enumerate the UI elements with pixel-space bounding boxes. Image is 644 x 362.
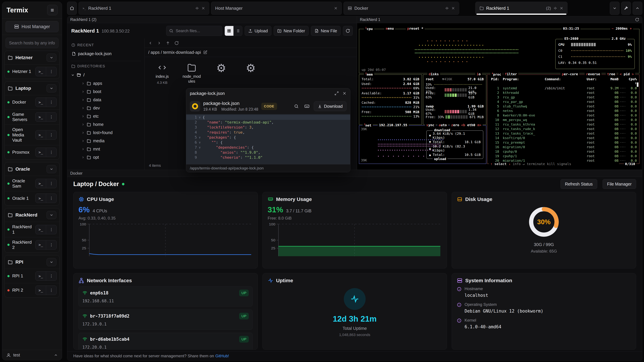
close-icon[interactable] [342,91,346,95]
group-header[interactable]: Oracle [5,162,59,176]
open-terminal-button[interactable]: >_ [36,67,46,76]
host-row[interactable]: RPI 1 >_ ⋮ [5,269,59,283]
open-terminal-button[interactable]: >_ [36,148,46,157]
host-menu-button[interactable]: ⋮ [46,286,56,295]
process-row[interactable]: 4 rcu_par_gp root 0B 0.0 [487,99,639,104]
process-row[interactable]: 3 rcu_gp root 0B 0.0 [487,95,639,99]
host-row[interactable]: RPI 2 >_ ⋮ [5,283,59,297]
host-row[interactable]: Oracle 1 >_ ⋮ [5,191,59,205]
group-collapse-button[interactable] [46,211,56,219]
expand-icon[interactable] [334,91,339,95]
process-row[interactable]: 13 rcu_tasks_trace_ root 0B 0.0 [487,131,639,136]
split-view-icon[interactable] [445,6,449,10]
breadcrumb[interactable]: / apps / termix-download-api [148,50,201,55]
open-terminal-button[interactable]: >_ [36,130,46,139]
process-row[interactable]: 6 netns root 0B 0.0 [487,108,639,113]
close-tab-icon[interactable] [560,6,563,10]
process-row[interactable]: 2 kthreadd root 0B 0.0 [487,90,639,95]
host-menu-button[interactable]: ⋮ [46,179,56,188]
host-menu-button[interactable]: ⋮ [46,98,56,107]
tree-directory-item[interactable]: etc [70,112,141,120]
refresh-status-button[interactable]: Refresh Status [560,179,597,189]
group-header[interactable]: Laptop [5,82,59,95]
host-row[interactable]: Docker >_ ⋮ [5,95,59,109]
file-search[interactable] [166,26,222,36]
process-row[interactable]: 14 ksoftirqd/0 root 0B 0.0 [487,136,639,140]
search-in-file-icon[interactable] [294,104,299,109]
tree-directory-item[interactable]: opt [70,153,141,161]
split-view-icon[interactable] [195,6,199,10]
github-link[interactable]: GitHub! [215,354,229,358]
tab-racknerd1-terminal[interactable]: >_ RackNerd 1 [78,2,209,15]
list-view-button[interactable] [234,26,242,36]
tab-docker[interactable]: Docker [344,2,459,15]
fold-caret[interactable]: ∨ [197,135,202,140]
host-menu-button[interactable]: ⋮ [46,67,56,76]
fold-caret[interactable]: ∨ [197,115,202,120]
upload-button[interactable]: Upload [245,26,271,36]
host-row[interactable]: Game Servers >_ ⋮ [5,109,59,124]
grid-view-button[interactable] [225,26,234,36]
host-row[interactable]: Proxmox >_ ⋮ [5,145,59,159]
host-menu-button[interactable]: ⋮ [46,240,56,249]
process-row[interactable]: 16 migration/0 root 0B 0.0 [487,145,639,149]
group-collapse-button[interactable] [46,84,56,92]
host-menu-button[interactable]: ⋮ [46,130,56,139]
open-terminal-button[interactable]: >_ [36,240,46,249]
open-terminal-button[interactable]: >_ [36,112,46,121]
nav-refresh-icon[interactable] [174,41,179,45]
new-folder-button[interactable]: New Folder [274,26,308,36]
refresh-files-button[interactable] [343,26,353,36]
close-tab-icon[interactable] [334,6,338,10]
fold-caret[interactable]: ∨ [197,140,202,145]
fold-caret[interactable] [197,155,202,160]
group-header[interactable]: RPI [5,255,59,269]
file-search-input[interactable] [176,28,219,33]
group-collapse-button[interactable] [46,165,56,173]
fold-caret[interactable] [197,125,202,130]
split-view-icon[interactable] [553,6,557,10]
nav-up-icon[interactable] [166,41,170,45]
group-collapse-button[interactable] [46,54,56,62]
tree-root-item[interactable]: / [70,71,141,79]
tree-directory-item[interactable]: apps [70,79,141,87]
open-terminal-button[interactable]: >_ [36,179,46,188]
process-row[interactable]: 5 slub_flushwq root 0B 0.0 [487,104,639,108]
host-row[interactable]: RackNerd 2 >_ ⋮ [5,237,59,252]
host-menu-button[interactable]: ⋮ [46,194,56,203]
host-menu-button[interactable]: ⋮ [46,148,56,157]
open-terminal-button[interactable]: >_ [36,225,46,234]
host-menu-button[interactable]: ⋮ [46,272,56,281]
host-row[interactable]: Oracle Sam >_ ⋮ [5,176,59,191]
host-row[interactable]: RackNerd 1 >_ ⋮ [5,222,59,237]
code-viewer[interactable]: 1 ∨ { 2 "name": "termix-download-api", [186,114,350,164]
host-row[interactable]: Hetzner 1 >_ ⋮ [5,64,59,79]
tree-directory-item[interactable]: media [70,137,141,145]
nav-back-icon[interactable] [148,41,152,45]
process-list[interactable]: 1 systemd /sbin/init root 9.2M 0.0 [487,86,639,163]
host-search-input[interactable] [6,38,58,48]
file-tile-json[interactable]: ⚙ [238,63,263,85]
group-header[interactable]: RackNerd [5,208,59,222]
file-manager-open-button[interactable]: File Manager [602,179,636,189]
recent-file-item[interactable]: package-lock.json [70,50,141,58]
process-row[interactable]: 12 rcu_tasks_rude_k root 0B 0.0 [487,126,639,131]
keyboard-icon[interactable] [304,104,310,109]
process-row[interactable]: 8 kworker/0:0H-eve root 0B 0.0 [487,113,639,117]
host-manager-button[interactable]: Host Manager [6,21,58,32]
host-menu-button[interactable]: ⋮ [46,112,56,121]
group-header[interactable]: Hetzner [5,51,59,64]
file-tile-indexjs[interactable]: index.js 4.3 KB [150,63,175,85]
edit-path-icon[interactable] [203,50,207,54]
fold-caret[interactable] [197,130,202,135]
tools-button[interactable] [621,2,631,15]
tab-host-manager[interactable]: Host Manager [211,2,342,15]
open-terminal-button[interactable]: >_ [36,98,46,107]
tree-directory-item[interactable]: mnt [70,145,141,153]
file-tile-node-modules[interactable]: node_modules [179,63,204,85]
fold-caret[interactable] [197,150,202,155]
collapse-tabs-button[interactable] [632,2,642,15]
process-row[interactable]: 11 rcu_tasks_kthrea root 0B 0.0 [487,122,639,126]
host-row[interactable]: Open Media Vault >_ ⋮ [5,124,59,145]
tree-directory-item[interactable]: home [70,120,141,129]
